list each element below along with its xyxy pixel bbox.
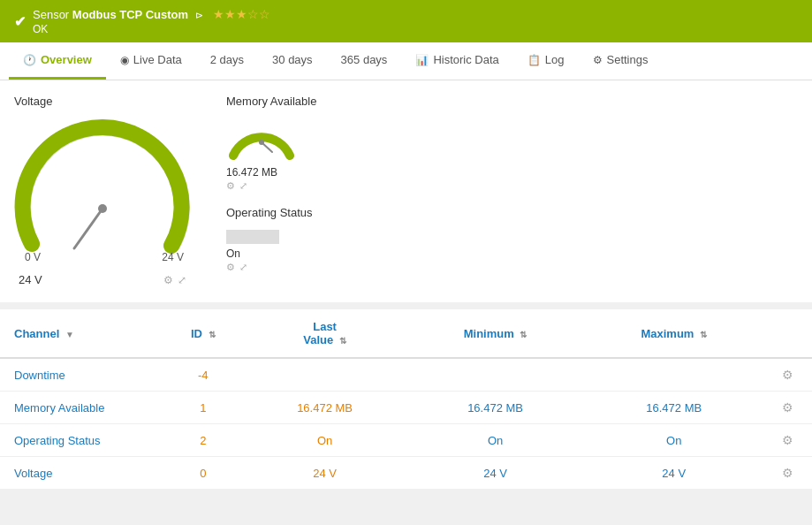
tab-365days[interactable]: 365 days (327, 42, 402, 80)
svg-line-0 (74, 209, 102, 248)
tab-log-label: Log (545, 53, 565, 66)
voltage-gauge-svg (14, 111, 191, 270)
tab-2days-label: 2 days (210, 53, 244, 66)
status-expand-icon[interactable]: ⤢ (239, 262, 247, 273)
status-label: Operating Status (226, 206, 316, 219)
channel-link-2[interactable]: Operating Status (14, 434, 101, 447)
table-row: Memory Available 1 16.472 MB 16.472 MB 1… (0, 392, 812, 424)
tab-settings[interactable]: ⚙ Settings (579, 42, 663, 80)
svg-point-3 (259, 140, 264, 145)
tab-live-data[interactable]: ◉ Live Data (106, 42, 196, 80)
table-row: Voltage 0 24 V 24 V 24 V ⚙ (0, 457, 812, 490)
cell-max-3: 24 V (585, 457, 763, 490)
check-icon: ✔ (14, 13, 26, 30)
log-icon: 📋 (527, 54, 541, 66)
table-row: Downtime -4 ⚙ (0, 358, 812, 392)
tab-30days-label: 30 days (272, 53, 313, 66)
cell-min-1: 16.472 MB (406, 392, 584, 424)
cell-channel-3[interactable]: Voltage (0, 457, 163, 490)
table-header-row: Channel ▼ ID ⇅ LastValue ⇅ Minimum ⇅ (0, 309, 812, 358)
col-last-label: LastValue (303, 320, 337, 346)
min-sort-icon: ⇅ (520, 330, 527, 339)
sensor-title: Modbus TCP Custom (72, 8, 188, 21)
cell-action-0[interactable]: ⚙ (763, 358, 812, 392)
cell-last-2: On (244, 424, 406, 457)
status-value: On (226, 247, 316, 260)
status-section: Operating Status On ⚙ ⤢ (226, 206, 316, 273)
row-action-icon-3[interactable]: ⚙ (782, 466, 793, 480)
channels-table: Channel ▼ ID ⇅ LastValue ⇅ Minimum ⇅ (0, 309, 812, 489)
status-controls: ⚙ ⤢ (226, 262, 316, 273)
tab-2days[interactable]: 2 days (196, 42, 258, 80)
row-action-icon-1[interactable]: ⚙ (782, 400, 793, 415)
col-header-maximum[interactable]: Maximum ⇅ (585, 309, 763, 358)
cell-max-1: 16.472 MB (585, 392, 763, 424)
tab-historic[interactable]: 📊 Historic Data (401, 42, 512, 80)
cell-action-1[interactable]: ⚙ (763, 392, 812, 424)
cell-last-0 (244, 358, 406, 392)
row-action-icon-0[interactable]: ⚙ (782, 368, 793, 382)
tab-overview-label: Overview (41, 53, 92, 66)
sensor-label: Sensor (33, 8, 69, 21)
main-content: Voltage 0 V 24 V 24 V ⚙ ⤢ (0, 80, 812, 489)
tab-30days[interactable]: 30 days (258, 42, 327, 80)
cell-max-2: On (585, 424, 763, 457)
cell-min-0 (406, 358, 584, 392)
cell-id-0: -4 (163, 358, 244, 392)
cell-id-1: 1 (163, 392, 244, 424)
header-status: OK (33, 23, 270, 35)
max-sort-icon: ⇅ (700, 330, 707, 339)
channels-table-section: Channel ▼ ID ⇅ LastValue ⇅ Minimum ⇅ (0, 309, 812, 489)
tab-historic-label: Historic Data (433, 53, 498, 66)
col-header-minimum[interactable]: Minimum ⇅ (406, 309, 584, 358)
gauge-settings-icon[interactable]: ⚙ (163, 274, 173, 286)
gauge-expand-icon[interactable]: ⤢ (178, 274, 186, 286)
memory-expand-icon[interactable]: ⤢ (239, 180, 247, 192)
memory-controls: ⚙ ⤢ (226, 180, 247, 192)
col-header-id[interactable]: ID ⇅ (163, 309, 244, 358)
cell-action-3[interactable]: ⚙ (763, 457, 812, 490)
table-body: Downtime -4 ⚙ Memory Available 1 16.472 … (0, 358, 812, 489)
cell-action-2[interactable]: ⚙ (763, 424, 812, 457)
status-settings-icon[interactable]: ⚙ (226, 262, 235, 273)
cell-last-1: 16.472 MB (244, 392, 406, 424)
tab-settings-label: Settings (607, 53, 649, 66)
col-header-action (763, 309, 812, 358)
memory-section: Memory Available 16.472 MB ⚙ ⤢ (226, 95, 316, 192)
star-rating[interactable]: ★★★☆☆ (213, 7, 270, 21)
flag-icon: ⊳ (195, 10, 203, 20)
memory-label: Memory Available (226, 95, 316, 108)
cell-id-3: 0 (163, 457, 244, 490)
col-max-label: Maximum (641, 327, 694, 340)
col-header-last-value[interactable]: LastValue ⇅ (244, 309, 406, 358)
memory-settings-icon[interactable]: ⚙ (226, 180, 235, 192)
tab-bar: 🕐 Overview ◉ Live Data 2 days 30 days 36… (0, 42, 812, 80)
channel-link-3[interactable]: Voltage (14, 467, 52, 480)
tab-live-data-label: Live Data (133, 53, 182, 66)
cell-min-2: On (406, 424, 584, 457)
status-bar (226, 230, 279, 244)
channel-sort-icon: ▼ (65, 330, 74, 339)
tab-365days-label: 365 days (341, 53, 388, 66)
cell-channel-0[interactable]: Downtime (0, 358, 163, 392)
header: ✔ Sensor Modbus TCP Custom ⊳ ★★★☆☆ OK (0, 0, 812, 42)
channel-link-1[interactable]: Memory Available (14, 401, 104, 415)
channel-link-0[interactable]: Downtime (14, 369, 65, 382)
overview-icon: 🕐 (23, 54, 36, 66)
row-action-icon-2[interactable]: ⚙ (782, 433, 793, 447)
tab-overview[interactable]: 🕐 Overview (9, 42, 106, 80)
cell-channel-1[interactable]: Memory Available (0, 392, 163, 424)
svg-point-1 (98, 204, 107, 213)
col-header-channel[interactable]: Channel ▼ (0, 309, 163, 358)
tab-log[interactable]: 📋 Log (513, 42, 579, 80)
cell-channel-2[interactable]: Operating Status (0, 424, 163, 457)
cell-id-2: 2 (163, 424, 244, 457)
col-channel-label: Channel (14, 327, 59, 340)
gauge-controls: ⚙ ⤢ (163, 274, 186, 286)
memory-value: 16.472 MB (226, 166, 277, 179)
voltage-current-value: 24 V (19, 273, 42, 286)
memory-gauge-svg (226, 111, 297, 164)
table-row: Operating Status 2 On On On ⚙ (0, 424, 812, 457)
sensor-panel: Voltage 0 V 24 V 24 V ⚙ ⤢ (0, 80, 812, 302)
settings-icon: ⚙ (593, 54, 603, 66)
